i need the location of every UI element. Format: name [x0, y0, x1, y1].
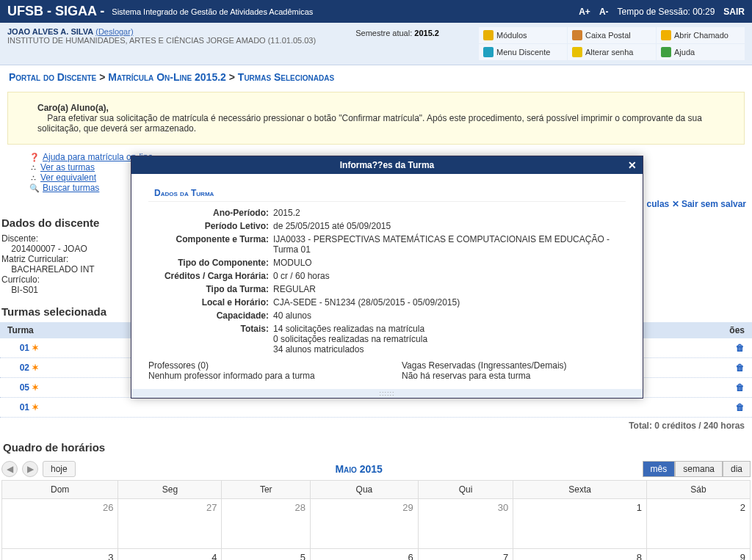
system-name: Sistema Integrado de Gestão de Atividade…: [112, 7, 313, 16]
turmas-totals: Total: 0 créditos / 240 horas: [0, 418, 752, 434]
calendar-grid: DomSegTerQuaQuiSextaSáb 262728293012 345…: [1, 480, 751, 560]
prev-button[interactable]: ◀: [1, 461, 18, 477]
mail-icon: [572, 30, 582, 40]
notice-greeting: Caro(a) Aluno(a),: [37, 103, 109, 113]
table-row: 01 ✶ 🗑: [0, 398, 752, 418]
delete-button[interactable]: 🗑: [736, 382, 745, 393]
calendar-month: Maio 2015: [335, 463, 382, 475]
notice-body: Para efetivar sua solicitação de matrícu…: [37, 113, 702, 134]
exit-button[interactable]: SAIR: [723, 7, 745, 17]
prof-header: Professores (0): [148, 360, 372, 371]
menu-modulos[interactable]: Módulos: [479, 27, 567, 43]
brand: UFSB - SIGAA -: [7, 4, 104, 19]
subheader: JOAO ALVES A. SILVA (Deslogar) INSTITUTO…: [0, 23, 752, 65]
delete-button[interactable]: 🗑: [736, 402, 745, 412]
font-decrease-button[interactable]: A-: [599, 7, 609, 17]
buscar-turmas-link[interactable]: Buscar turmas: [43, 183, 99, 193]
search-icon: 🔍: [29, 183, 40, 193]
session-label: Tempo de Sessão: 00:29: [618, 7, 715, 17]
star-icon: ✶: [32, 343, 39, 353]
today-button[interactable]: hoje: [43, 461, 76, 477]
module-icon: [483, 30, 494, 40]
font-increase-button[interactable]: A+: [579, 7, 590, 17]
notice-box: Caro(a) Aluno(a), Para efetivar sua soli…: [7, 92, 745, 145]
view-day-button[interactable]: dia: [723, 461, 751, 477]
user-name: JOAO ALVES A. SILVA: [7, 27, 93, 36]
key-icon: [572, 47, 582, 57]
ver-turmas-link[interactable]: Ver as turmas: [40, 162, 95, 172]
ver-equiv-link[interactable]: Ver equivalent: [40, 172, 96, 183]
view-month-button[interactable]: mês: [643, 461, 676, 477]
resize-handle-icon[interactable]: ::::::: [131, 389, 643, 398]
delete-button[interactable]: 🗑: [736, 343, 745, 353]
delete-button[interactable]: 🗑: [736, 363, 745, 373]
star-icon: ✶: [32, 382, 39, 393]
modal-subtitle: Dados da Turma: [148, 185, 626, 202]
quadro-title: Quadro de horários: [1, 437, 751, 458]
vagas-value: Não há reservas para esta turma: [402, 371, 626, 381]
tree-icon: ⛬: [29, 163, 37, 172]
menu-caixa-postal[interactable]: Caixa Postal: [568, 27, 656, 43]
tree-icon: ⛬: [29, 173, 37, 182]
help-icon: [661, 47, 671, 57]
star-icon: ✶: [32, 363, 39, 373]
star-icon: ✶: [32, 402, 39, 412]
student-icon: [483, 47, 494, 57]
next-button[interactable]: ▶: [22, 461, 38, 477]
modal-header[interactable]: Informa??es da Turma ✕: [131, 156, 643, 174]
prof-value: Nenhum professor informado para a turma: [148, 371, 372, 381]
quick-menu: Módulos Caixa Postal Abrir Chamado Menu …: [479, 27, 745, 60]
menu-discente[interactable]: Menu Discente: [479, 44, 567, 60]
logout-link[interactable]: (Deslogar): [95, 27, 133, 36]
modal-title: Informa??es da Turma: [340, 160, 434, 170]
topbar: UFSB - SIGAA - Sistema Integrado de Gest…: [0, 0, 752, 23]
semester-label: Semestre atual: 2015.2: [355, 27, 439, 37]
menu-alterar-senha[interactable]: Alterar senha: [568, 44, 656, 60]
user-institute: INSTITUTO DE HUMANIDADES, ARTES E CIÊNCI…: [7, 36, 316, 45]
close-icon[interactable]: ✕: [628, 159, 637, 171]
vagas-header: Vagas Reservadas (Ingressantes/Demais): [402, 360, 626, 371]
menu-ajuda[interactable]: Ajuda: [657, 44, 745, 60]
menu-abrir-chamado[interactable]: Abrir Chamado: [657, 27, 745, 43]
view-week-button[interactable]: semana: [675, 461, 723, 477]
ticket-icon: [661, 30, 671, 40]
help-icon: ❓: [29, 153, 40, 162]
turma-info-modal: Informa??es da Turma ✕ Dados da Turma An…: [131, 156, 643, 399]
breadcrumb: Portal do Discente > Matrícula On-Line 2…: [0, 65, 752, 89]
